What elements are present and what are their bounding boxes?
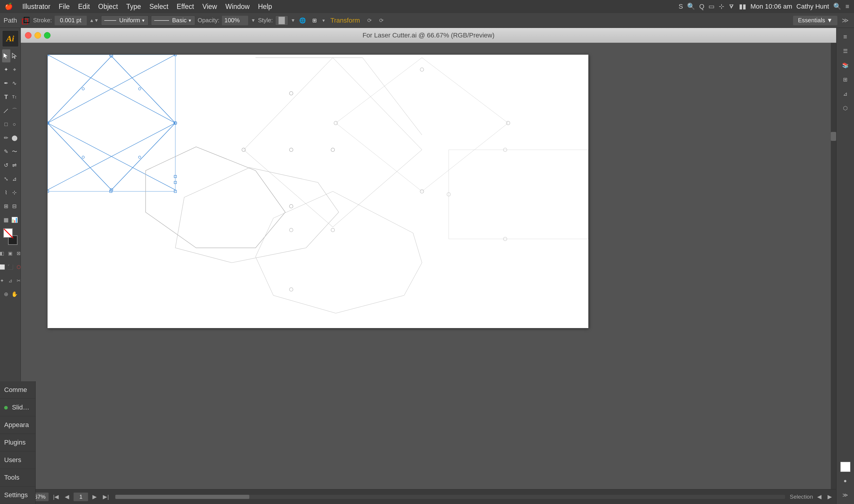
apple-menu[interactable]: 🍎 (5, 3, 13, 11)
properties-panel-btn[interactable]: ≡ (839, 30, 852, 43)
style-swatch[interactable] (275, 16, 288, 25)
artboard-nav-right[interactable]: ▶ (826, 493, 834, 501)
stroke-value-field[interactable]: 0.001 pt (54, 16, 87, 25)
reshape-tool[interactable]: ⊹ (11, 186, 19, 199)
extra-panel-btn[interactable]: ≫ (839, 488, 852, 502)
align-panel-btn[interactable]: ⊞ (839, 73, 852, 86)
opacity-arrow[interactable]: ▼ (251, 18, 256, 23)
sidebar-item-users[interactable]: Users (0, 451, 35, 469)
pencil-tool[interactable]: ✎ (2, 145, 11, 158)
gradient-fill-tool[interactable]: ▣ (6, 247, 15, 260)
handle-4 (139, 156, 141, 158)
type-tool[interactable]: T (2, 90, 11, 103)
paintbrush-tool[interactable]: ✏ (2, 131, 11, 144)
shear-tool[interactable]: ⊿ (11, 173, 19, 185)
reflect-tool[interactable]: ⇌ (11, 159, 19, 172)
mesh-tool[interactable]: ⊟ (11, 200, 19, 213)
symbol-sprayer-tool[interactable]: ✦ (0, 274, 6, 287)
fg-color-swatch[interactable] (3, 228, 13, 238)
essentials-button[interactable]: Essentials ▼ (793, 16, 838, 25)
menu-illustrator[interactable]: Illustrator (18, 1, 55, 12)
screen-mode-tool[interactable]: ⬜ (0, 260, 6, 273)
web-icon[interactable]: 🌐 (298, 16, 307, 25)
pen-tool[interactable]: ✒ (2, 77, 11, 90)
menu-help[interactable]: Help (254, 1, 276, 12)
opacity-label: Opacity: (198, 17, 219, 24)
grid-select-icon[interactable]: ⊞ (310, 16, 319, 25)
smooth-tool[interactable]: 〜 (11, 145, 19, 158)
arc-tool[interactable]: ⌒ (11, 104, 19, 117)
page-number[interactable]: 1 (73, 492, 88, 501)
close-button[interactable] (25, 32, 32, 39)
opacity-field[interactable]: 100% (222, 16, 249, 25)
magic-wand-tool[interactable]: ✦ (2, 63, 11, 76)
perspective-tool[interactable]: ⊿ (6, 274, 15, 287)
fill-swatch[interactable] (20, 16, 31, 25)
grid-select-arrow[interactable]: ▼ (322, 18, 326, 23)
vertical-scrollbar[interactable] (831, 43, 836, 489)
sidebar-item-settings[interactable]: Settings (0, 486, 35, 504)
menu-select[interactable]: Select (145, 1, 172, 12)
style-arrow[interactable]: ▼ (291, 18, 295, 23)
next-page[interactable]: ▶ (91, 493, 99, 501)
battery-icon: ▮▮ (739, 3, 746, 11)
hand-tool[interactable]: ✋ (11, 288, 19, 301)
ellipse-tool[interactable]: ○ (11, 118, 19, 131)
menu-object[interactable]: Object (94, 1, 122, 12)
sidebar-item-plugins[interactable]: Plugins (0, 434, 35, 451)
transform-icon-2[interactable]: ⟳ (377, 16, 386, 25)
panel-toggle[interactable]: ≫ (840, 17, 850, 24)
skype-icon: S (679, 3, 683, 11)
transform-icon-1[interactable]: ⟳ (365, 16, 374, 25)
sidebar-item-tools[interactable]: Tools (0, 469, 35, 486)
direct-selection-tool[interactable] (11, 49, 19, 62)
scroll-track-h[interactable] (115, 495, 785, 499)
libraries-panel-btn[interactable]: 📚 (839, 59, 852, 72)
menu-type[interactable]: Type (122, 1, 145, 12)
sidebar-item-comments[interactable]: Comme (0, 381, 35, 399)
layers-panel-btn[interactable]: ☰ (839, 44, 852, 58)
minimize-button[interactable] (35, 32, 41, 39)
chart-tool[interactable]: 📊 (11, 213, 19, 227)
selection-tool[interactable] (2, 49, 11, 62)
sidebar-item-slideshow[interactable]: Slidesho (0, 399, 35, 416)
rotate-tool[interactable]: ↺ (2, 159, 11, 172)
gray-anchor-14 (503, 148, 507, 151)
menu-edit[interactable]: Edit (74, 1, 94, 12)
lasso-tool[interactable]: ⌖ (11, 63, 19, 76)
warp-tool[interactable]: ⌇ (2, 186, 11, 199)
maximize-button[interactable] (44, 32, 51, 39)
appearance-panel-icon[interactable]: ● (839, 474, 852, 487)
line-style-dropdown[interactable]: Uniform ▼ (101, 16, 149, 25)
last-page[interactable]: ▶| (101, 493, 111, 501)
blob-tool[interactable]: ⬤ (11, 131, 19, 144)
scroll-thumb-v[interactable] (831, 132, 836, 141)
curvature-tool[interactable]: ∿ (11, 77, 19, 90)
free-transform-tool[interactable]: ⊞ (2, 200, 11, 213)
menu-effect[interactable]: Effect (172, 1, 198, 12)
notification-list-icon[interactable]: ≡ (846, 3, 849, 11)
artboard-nav-left[interactable]: ◀ (815, 493, 823, 501)
scroll-thumb-h[interactable] (115, 495, 249, 499)
stroke-arrows[interactable]: ▲▼ (89, 18, 99, 23)
menu-view[interactable]: View (198, 1, 221, 12)
rectangle-tool[interactable]: □ (2, 118, 11, 131)
line-end-dropdown[interactable]: Basic ▼ (151, 16, 195, 25)
scale-tool[interactable]: ⤡ (2, 173, 11, 185)
color-tool[interactable]: ◧ (0, 247, 6, 260)
white-swatch[interactable] (840, 462, 850, 472)
pathfinder-panel-btn[interactable]: ⬡ (839, 102, 852, 115)
menu-window[interactable]: Window (221, 1, 254, 12)
prev-page[interactable]: ◀ (63, 493, 71, 501)
gradient-tool[interactable]: ▦ (2, 213, 11, 227)
sidebar-item-appearance[interactable]: Appeara (0, 416, 35, 434)
transform-panel-btn[interactable]: ⊿ (839, 87, 852, 101)
menu-file[interactable]: File (55, 1, 74, 12)
zoom-tool[interactable]: ⊕ (2, 288, 11, 301)
vertical-type-tool[interactable]: T↕ (11, 90, 19, 103)
search-icon[interactable]: 🔍 (687, 3, 695, 11)
spotlight-icon[interactable]: 🔍 (833, 3, 841, 11)
art-board-tool[interactable]: ⬛ (6, 260, 15, 273)
first-page[interactable]: |◀ (51, 493, 61, 501)
transform-button[interactable]: Transform (328, 16, 362, 25)
